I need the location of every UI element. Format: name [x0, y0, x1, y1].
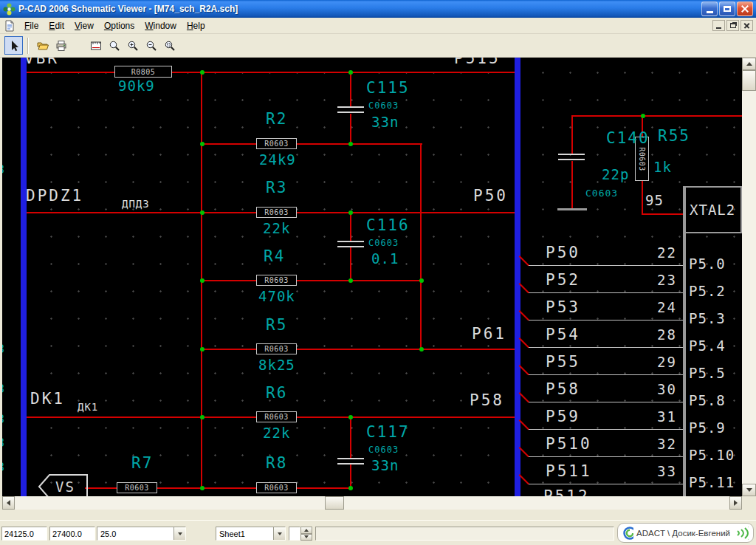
svg-text:VS: VS [55, 479, 75, 495]
refdes-r2: R2 [266, 112, 287, 127]
refdes-r3: R3 [266, 180, 287, 196]
menu-window[interactable]: Window [140, 18, 182, 33]
horizontal-scrollbar[interactable] [2, 496, 742, 510]
zoom-window-button[interactable] [160, 36, 179, 55]
scroll-up-button[interactable] [742, 58, 756, 70]
net-label: P510 [546, 436, 592, 452]
wire [202, 280, 258, 281]
pointer-icon [8, 40, 20, 52]
spinner-field[interactable] [289, 527, 300, 541]
wire [297, 349, 515, 350]
brand-text: ADACT \ Досик-Евгений [636, 529, 730, 538]
maximize-button[interactable] [719, 1, 735, 16]
wire [297, 417, 515, 418]
resistor-footprint: R0603 [264, 484, 289, 492]
edge-char: 3 [2, 344, 4, 355]
net-label: P511 [546, 464, 592, 479]
pin-number: 31 [636, 410, 677, 424]
sheet-select-arrow-button[interactable] [273, 527, 285, 540]
mdi-close-button[interactable] [740, 20, 753, 31]
resistor-r4: R0603 [256, 275, 297, 286]
footprint-c115: C0603 [368, 101, 399, 110]
net-label: P58 [546, 382, 580, 397]
vertical-scroll-thumb[interactable] [742, 70, 756, 91]
magnifier-icon [109, 40, 120, 52]
zoom-in-button[interactable] [123, 36, 142, 55]
resistor-rtop: R0805 [114, 66, 172, 78]
refdes-r5: R5 [266, 318, 287, 333]
sheet-spinner[interactable] [289, 527, 314, 541]
junction-dot [419, 278, 424, 283]
close-button[interactable] [737, 1, 753, 16]
wire [297, 487, 352, 489]
maximize-icon [724, 6, 731, 12]
refdes-c117: C117 [366, 425, 410, 440]
mdi-restore-icon [730, 23, 736, 28]
junction-dot [348, 142, 353, 146]
menu-options[interactable]: Options [99, 18, 140, 33]
pin-number: 32 [636, 437, 677, 451]
print-button[interactable] [52, 36, 70, 55]
pin-name: P5.4 [689, 339, 726, 353]
junction-dot [200, 486, 205, 490]
pin-number: 30 [636, 383, 677, 397]
pin-wire [528, 292, 683, 293]
scroll-left-button[interactable] [2, 496, 15, 510]
spinner-up-button[interactable] [300, 527, 312, 534]
grid-select-arrow-button[interactable] [173, 527, 185, 540]
zoom-out-button[interactable] [142, 36, 160, 55]
mdi-minimize-button[interactable] [712, 20, 725, 31]
minimize-button[interactable] [701, 1, 718, 16]
menu-edit[interactable]: Edit [44, 18, 69, 33]
sheet-select[interactable]: Sheet1 [216, 527, 286, 541]
pin-number: 33 [636, 465, 677, 479]
zoom-window-icon [164, 40, 176, 52]
capacitor-plate [337, 246, 364, 247]
resistor-footprint: R0603 [638, 147, 646, 171]
capacitor-plate [558, 154, 585, 155]
wire [297, 212, 515, 213]
horizontal-scroll-thumb[interactable] [325, 496, 344, 510]
zoom-extents-button[interactable] [86, 36, 105, 55]
vertical-scrollbar[interactable] [742, 58, 756, 496]
resistor-footprint: R0603 [125, 484, 149, 492]
pin-number: 29 [636, 355, 677, 369]
pin-name: P5.11 [689, 476, 735, 490]
grid-select[interactable]: 25.0 [97, 527, 186, 541]
net-label-p61: P61 [472, 326, 506, 342]
arrow-up-icon [746, 62, 752, 66]
refdes-r7: R7 [131, 456, 153, 471]
menu-help[interactable]: Help [182, 18, 210, 33]
junction-dot [200, 347, 205, 352]
pin-wire [528, 456, 683, 457]
net-label-p50: P50 [473, 188, 508, 204]
pin-name: P5.8 [689, 394, 726, 408]
scroll-down-button[interactable] [742, 484, 756, 496]
resistor-r8: R0603 [256, 482, 297, 493]
port-vs: VS [38, 473, 89, 496]
select-tool-button[interactable] [4, 36, 23, 55]
menu-view[interactable]: View [69, 18, 99, 33]
title-bar[interactable]: P-CAD 2006 Schematic Viewer - [M74_sch_R… [0, 0, 756, 18]
junction-dot [200, 415, 205, 419]
workspace: R0805 R0603 R0603 R0603 R0603 R0603 R060… [2, 58, 756, 510]
zoom-button[interactable] [105, 36, 123, 55]
resistor-r5: R0603 [256, 343, 297, 354]
value-r3: 22k [263, 222, 290, 236]
sheet-select-value: Sheet1 [216, 529, 273, 538]
mdi-restore-button[interactable] [726, 20, 739, 31]
arrow-down-icon [746, 488, 752, 492]
spinner-down-button[interactable] [300, 534, 312, 541]
footprint-c116: C0603 [368, 239, 399, 247]
junction-dot [348, 70, 353, 75]
refdes-r6: R6 [266, 385, 287, 401]
scroll-right-button[interactable] [729, 496, 742, 510]
menu-file[interactable]: File [19, 18, 44, 33]
coordinate-y-value: 27400.0 [52, 529, 82, 538]
schematic-canvas[interactable]: R0805 R0603 R0603 R0603 R0603 R0603 R060… [2, 58, 742, 496]
edge-char: 3 [2, 165, 4, 176]
open-file-button[interactable] [33, 36, 52, 55]
wire [202, 143, 258, 145]
resistor-footprint: R0603 [264, 208, 289, 216]
wire [571, 115, 573, 155]
